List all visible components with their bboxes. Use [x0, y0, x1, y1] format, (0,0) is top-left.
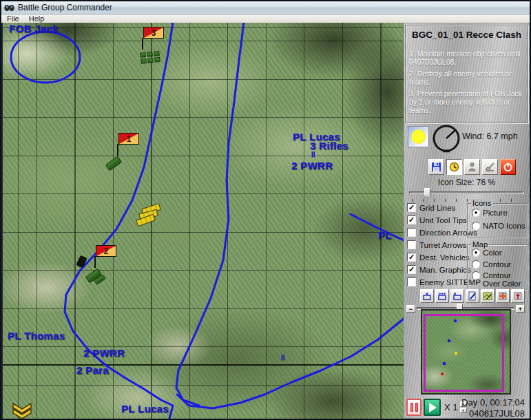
unit-frame-corner-icon: [452, 292, 462, 301]
unit-marker-button-2[interactable]: [435, 289, 449, 303]
window-title: Battle Group Commander: [18, 3, 112, 12]
route-overlay: [3, 23, 404, 419]
menu-bar: File Help: [1, 14, 530, 23]
map-label-2-pwrr-n: 2 PWRR: [291, 160, 333, 171]
artillery-button[interactable]: [482, 159, 498, 175]
map-label-fob-jack: FOB Jack: [9, 23, 59, 34]
radio-button[interactable]: [472, 222, 480, 230]
toggle-dest-vehicles[interactable]: ✓ Dest. Vehicles: [407, 253, 470, 262]
objective-3: 3. Prevent penetration of FOB Jack by 1 …: [409, 90, 524, 114]
unit-marker-button-1[interactable]: [420, 289, 434, 303]
soldier-icon: [467, 162, 477, 172]
unit-marker-3[interactable]: 3: [140, 27, 164, 63]
zoom-in-button[interactable]: +: [516, 305, 525, 313]
clock-icon: [449, 162, 459, 172]
unit-marker-2[interactable]: 2: [93, 245, 116, 282]
flag-pole: [94, 256, 96, 268]
tactical-map[interactable]: FOB Jack PL Lucas 3 Rifles 2 PWRR PL PL …: [3, 23, 404, 419]
pause-button[interactable]: [406, 399, 421, 416]
icon-size-slider[interactable]: [409, 188, 524, 198]
unit-marker-1[interactable]: 1: [116, 133, 139, 167]
objective-1: 1. Maintain mission objectives until 040…: [409, 50, 524, 66]
play-icon: [429, 403, 437, 412]
clock-mode-button[interactable]: [446, 159, 462, 175]
save-button[interactable]: [428, 159, 444, 175]
wind-speed-text: Wind: 6.7 mph: [462, 132, 518, 141]
control-panel: BGC_01_01 Recce Clash 1. Maintain missio…: [404, 23, 530, 419]
icons-groupbox: Icons ● Picture NATO Icons: [467, 203, 528, 238]
checkbox[interactable]: ✓: [407, 265, 416, 274]
radio-color[interactable]: ● Color: [472, 249, 527, 257]
checkbox[interactable]: [407, 240, 416, 249]
unit-frame-icon: [422, 292, 432, 301]
units-button[interactable]: [464, 159, 480, 175]
cross-flag-icon: [498, 291, 508, 301]
minimap-unit-dot: [448, 339, 450, 342]
map-pencil-icon: [483, 291, 492, 301]
minimap-unit-dot: [441, 372, 444, 375]
power-icon: [503, 162, 513, 172]
mission-briefing-box: BGC_01_01 Recce Clash 1. Maintain missio…: [405, 25, 528, 123]
unit-flag: 3: [143, 27, 164, 39]
unit-size-marker: II: [311, 151, 315, 158]
route-bottom: [177, 319, 404, 408]
minimap[interactable]: [421, 309, 511, 395]
map-label-pl-east: PL: [378, 229, 392, 241]
weather-sun-indicator: [408, 126, 429, 147]
checkbox[interactable]: ✓: [407, 203, 416, 212]
unit-size-marker: II: [281, 354, 285, 361]
radio-button[interactable]: [472, 271, 480, 280]
map-label-pl-thomas: PL Thomas: [8, 330, 65, 342]
speed-multiplier: X 1: [444, 402, 458, 412]
checkbox[interactable]: ✓: [407, 253, 416, 262]
zoom-out-button[interactable]: −: [406, 305, 415, 313]
menu-help[interactable]: Help: [29, 14, 45, 23]
radio-nato-icons[interactable]: NATO Icons: [472, 222, 527, 230]
artillery-icon: [485, 162, 496, 172]
unit-marker-button-3[interactable]: [450, 289, 464, 303]
target-marker-button[interactable]: [511, 289, 525, 303]
date-time-group: 040617JUL08: [469, 408, 525, 419]
app-window: Battle Group Commander File Help: [0, 0, 531, 420]
radio-button[interactable]: ●: [472, 249, 480, 257]
floppy-disk-icon: [431, 162, 441, 172]
draw-graphics-button[interactable]: [466, 289, 479, 303]
checkbox[interactable]: [407, 277, 416, 286]
map-label-pl-lucas-s: PL Lucas: [121, 403, 169, 414]
title-bar[interactable]: Battle Group Commander: [1, 1, 530, 14]
toggle-grid-lines[interactable]: ✓ Grid Lines: [407, 203, 455, 212]
toggle-turret-arrows[interactable]: Turret Arrows: [407, 240, 467, 249]
unit-flag: 1: [118, 133, 139, 145]
play-button[interactable]: [424, 399, 441, 416]
radio-picture[interactable]: ● Picture: [472, 209, 527, 217]
map-label-2-para: 2 Para: [76, 364, 109, 376]
spinner-down: ▼: [460, 408, 467, 413]
map-legend: Map: [471, 240, 489, 249]
toggle-unit-tool-tips[interactable]: ✓ Unit Tool Tips: [407, 216, 467, 224]
checkbox[interactable]: ✓: [407, 216, 416, 224]
unit-frame-dots-icon: [437, 292, 447, 301]
radio-contour-over-color[interactable]: Contour Over Color: [472, 271, 527, 288]
marker-toolbar: [420, 289, 525, 303]
menu-file[interactable]: File: [7, 14, 19, 23]
mission-title: BGC_01_01 Recce Clash: [409, 30, 524, 40]
power-button[interactable]: [500, 159, 516, 175]
toggle-man-graphics[interactable]: ✓ Man. Graphics: [407, 265, 471, 274]
icon-size-slider-thumb[interactable]: [424, 188, 430, 198]
minimap-unit-dot: [454, 319, 457, 322]
mission-objectives: 1. Maintain mission objectives until 040…: [409, 50, 524, 114]
objective-2: 2. Destroy all enemy vehicles or teams.: [409, 70, 524, 86]
radio-contour[interactable]: Contour: [472, 260, 527, 269]
icons-legend: Icons: [471, 199, 493, 207]
route-right: [176, 23, 244, 406]
minimap-viewport-rect[interactable]: [424, 314, 504, 392]
red-arrow-icon: [513, 291, 523, 301]
radio-button[interactable]: [472, 260, 480, 269]
map-label-2-pwrr-s: 2 PWRR: [83, 347, 125, 359]
medic-marker-button[interactable]: [496, 289, 510, 303]
map-edit-button[interactable]: [481, 289, 494, 303]
radio-button[interactable]: ●: [472, 209, 480, 217]
flag-pole: [117, 144, 118, 156]
checkbox[interactable]: [407, 228, 416, 237]
fob-jack-boundary: [11, 32, 80, 83]
